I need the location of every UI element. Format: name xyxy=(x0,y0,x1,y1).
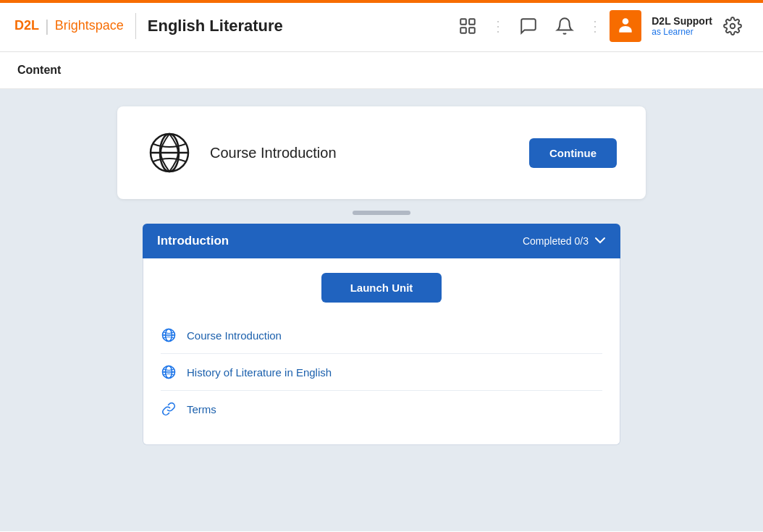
intro-header: Introduction Completed 0/3 xyxy=(143,224,620,258)
grid-icon xyxy=(458,17,477,35)
main-area: Course Introduction Continue Introductio… xyxy=(0,89,763,531)
chat-icon-button[interactable] xyxy=(513,10,544,42)
course-title: English Literature xyxy=(148,17,283,35)
grid-icon-button[interactable] xyxy=(452,10,484,42)
course-intro-link[interactable]: Course Introduction xyxy=(187,329,282,342)
bell-icon xyxy=(555,17,574,35)
globe-icon xyxy=(148,131,191,174)
settings-button[interactable] xyxy=(717,10,749,42)
chevron-icon xyxy=(594,235,606,246)
item-globe-icon-2 xyxy=(161,364,177,380)
user-role: as Learner xyxy=(652,27,712,37)
continue-button[interactable]: Continue xyxy=(529,138,617,168)
settings-icon xyxy=(723,17,742,35)
svg-rect-3 xyxy=(469,28,475,33)
dots-divider-1: ⋮ xyxy=(491,17,505,35)
course-intro-card: Course Introduction Continue xyxy=(117,106,646,199)
globe-icon-container xyxy=(146,130,193,176)
d2l-logo: D2L | Brightspace xyxy=(14,17,124,35)
brand-separator: | xyxy=(45,17,49,35)
launch-unit-button[interactable]: Launch Unit xyxy=(321,273,442,303)
chat-icon xyxy=(519,17,538,35)
list-item: Terms xyxy=(161,391,602,427)
d2l-brand-text: D2L xyxy=(14,18,39,33)
list-item: Course Introduction xyxy=(161,317,602,354)
course-intro-title: Course Introduction xyxy=(210,145,512,161)
intro-module-title: Introduction xyxy=(157,234,229,248)
svg-rect-0 xyxy=(461,19,467,25)
user-info: D2L Support as Learner xyxy=(652,15,712,37)
content-label: Content xyxy=(17,64,61,76)
history-link[interactable]: History of Literature in English xyxy=(187,366,332,379)
svg-rect-1 xyxy=(469,19,475,25)
user-name: D2L Support xyxy=(652,15,712,27)
svg-point-4 xyxy=(730,23,735,28)
logo-section: D2L | Brightspace xyxy=(14,17,124,35)
terms-link[interactable]: Terms xyxy=(187,403,216,415)
nav-divider xyxy=(135,13,136,39)
scroll-indicator-row xyxy=(0,211,763,215)
svg-rect-2 xyxy=(461,28,467,33)
user-avatar-button[interactable] xyxy=(610,10,641,42)
nav-icons: ⋮ ⋮ D2L Support as Learner xyxy=(452,10,749,42)
item-globe-icon-1 xyxy=(161,327,177,343)
bell-icon-button[interactable] xyxy=(549,10,581,42)
dots-divider-2: ⋮ xyxy=(588,17,602,35)
brightspace-text: Brightspace xyxy=(55,18,124,33)
intro-body: Launch Unit Course Introduction xyxy=(143,258,620,445)
chevron-down-icon[interactable] xyxy=(594,235,606,248)
module-items-list: Course Introduction History of Literatur… xyxy=(161,317,602,427)
intro-status: Completed 0/3 xyxy=(523,235,606,248)
intro-section: Introduction Completed 0/3 Launch Unit xyxy=(143,224,620,445)
navbar: D2L | Brightspace English Literature ⋮ xyxy=(0,0,763,52)
item-link-icon xyxy=(161,401,177,417)
content-header: Content xyxy=(0,52,763,89)
scroll-indicator xyxy=(353,211,410,215)
user-avatar-icon xyxy=(616,17,635,35)
completion-status: Completed 0/3 xyxy=(523,235,589,247)
list-item: History of Literature in English xyxy=(161,354,602,391)
learner-link[interactable]: Learner xyxy=(663,27,693,37)
